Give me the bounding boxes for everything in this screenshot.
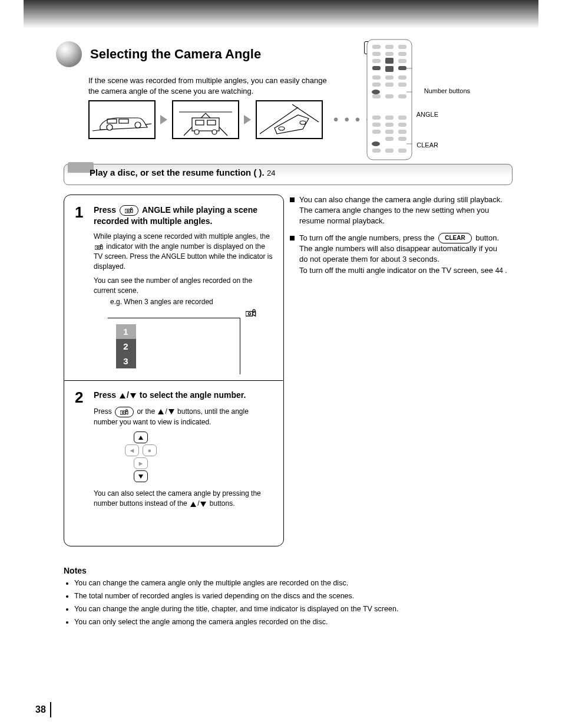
svg-point-53 [127,210,129,212]
step-1-body: Press ANGLE while playing a scene record… [94,205,273,295]
svg-point-56 [97,246,99,248]
onscreen-display: 1 2 3 [108,318,240,374]
svg-rect-42 [398,149,406,153]
car-angle-thumb-3 [256,100,323,139]
svg-rect-14 [398,45,406,49]
svg-rect-31 [398,116,406,120]
step-2-section: 2 Press / to select the angle number. Pr… [64,381,283,515]
step1-note-b: indicator with the angle number is displ… [94,242,272,271]
arrow-icon [244,115,251,124]
down-triangle-icon [200,502,206,507]
page-subtitle: If the scene was recorded from multiple … [88,75,336,96]
remote-label-angle: ANGLE [416,111,438,118]
svg-rect-4 [192,118,219,131]
svg-rect-19 [398,59,406,63]
camera-icon [125,207,133,213]
remote-diagram [366,39,412,160]
instruction-bar-text: Play a disc, or set the resume function … [90,167,502,177]
up-triangle-icon [158,409,164,414]
down-triangle-icon [168,409,174,414]
side-note-2: To turn off the angle numbers, press the… [299,233,508,276]
svg-rect-33 [385,123,394,127]
svg-rect-34 [398,123,406,127]
up-triangle-icon [190,502,196,507]
side-note-1: You can also change the camera angle dur… [299,195,508,227]
svg-rect-16 [385,52,394,56]
angle-option-3: 3 [116,354,136,368]
s2-also-b: / [197,499,199,508]
page-number-divider [50,702,51,717]
svg-rect-58 [246,311,253,316]
svg-rect-44 [385,66,394,72]
svg-rect-30 [385,116,394,120]
bullet-square-icon [290,236,295,241]
svg-rect-24 [385,83,394,87]
s2-or-b: or the [137,407,155,416]
svg-rect-26 [372,94,381,98]
svg-rect-37 [398,130,406,134]
note-item: You can change the camera angle only the… [74,578,522,588]
dpad-right-icon: ► [134,457,148,469]
svg-point-60 [253,309,255,312]
camera-icon [95,244,103,250]
svg-point-54 [131,208,133,210]
car-angle-thumb-1 [88,100,156,139]
svg-rect-27 [385,94,394,98]
arrow-icon [160,115,167,124]
svg-rect-61 [120,411,125,414]
step-2-body: Press / to select the angle number. Pres… [94,390,273,509]
svg-rect-21 [385,75,394,80]
svg-rect-46 [398,66,406,70]
s2-press: Press [94,390,116,400]
steps-box: 1 Press ANGLE while playing a scene reco… [64,195,284,546]
angle-button-icon [115,407,134,417]
angle-thumbnails: ••••• [88,100,388,139]
note-item: The total number of recorded angles is v… [74,591,522,601]
s2-or-a: Press [94,407,112,416]
angle-button-icon [120,205,138,216]
title-row: Selecting the Camera Angle [56,41,261,67]
page-number: 38 [35,704,46,715]
svg-rect-43 [385,58,394,64]
svg-rect-15 [372,52,381,56]
s2-slash: / [127,390,129,400]
dpad-left-icon: ◄ [125,444,139,456]
camera-icon [120,409,128,415]
svg-rect-22 [398,75,406,80]
sn2-c: To turn off the multi angle indicator on… [299,266,493,275]
s2-rest: to select the angle number. [140,390,246,400]
step1-cansee: You can see the number of angles recorde… [94,276,273,295]
step-number-1: 1 [75,205,94,220]
sphere-bullet-icon [56,41,82,67]
note-item: You can change the angle during the titl… [74,604,522,614]
svg-rect-28 [398,94,406,98]
svg-point-59 [248,312,250,315]
step1-note-a: While playing a scene recorded with mult… [94,232,270,241]
svg-point-1 [135,122,141,128]
svg-rect-13 [385,45,394,49]
svg-rect-39 [398,137,406,141]
svg-point-62 [123,411,124,413]
s2-also-a: You can also select the camera angle by … [94,489,261,508]
side-notes: You can also change the camera angle dur… [290,195,508,282]
step1-angle: ANGLE [142,205,171,215]
svg-point-57 [101,244,103,246]
note-item: You can only select the angle among the … [74,617,522,627]
svg-rect-11 [367,39,412,160]
car-angle-thumb-2 [172,100,239,139]
example-caption: e.g. When 3 angles are recorded [110,298,273,306]
bullet-square-icon [290,197,295,202]
angle-option-2: 2 [116,339,136,354]
svg-point-0 [107,124,113,130]
svg-rect-38 [385,137,394,141]
sn2-a: To turn off the angle numbers, press the [299,233,435,242]
svg-point-7 [194,130,199,134]
bar-text-span: Play a disc, or set the resume function … [90,167,265,177]
svg-rect-41 [385,149,394,153]
svg-rect-36 [385,130,394,134]
step-1-section: 1 Press ANGLE while playing a scene reco… [64,195,283,380]
remote-label-numbers: Number buttons [424,87,470,94]
angle-number-list: 1 2 3 [116,324,136,368]
clear-button-icon: CLEAR [438,233,471,243]
svg-point-8 [212,130,217,134]
